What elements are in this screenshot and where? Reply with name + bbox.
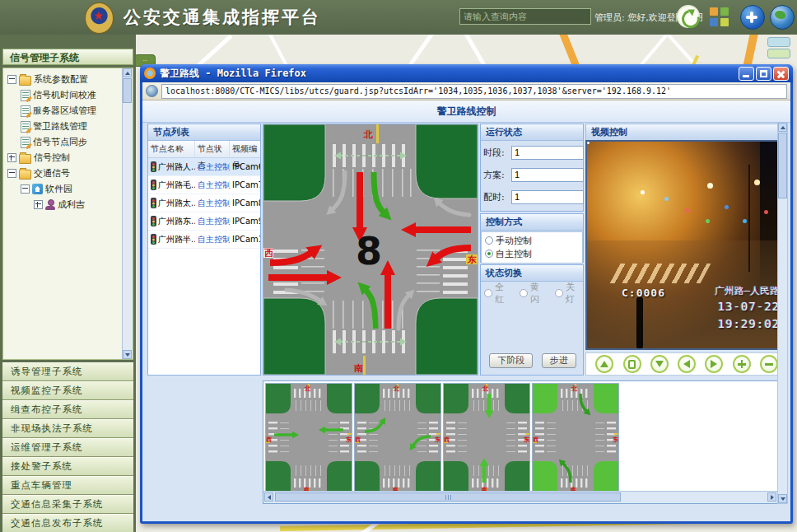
- tree-item-system-params[interactable]: 系统参数配置: [3, 72, 133, 87]
- scroll-up-icon[interactable]: [123, 68, 132, 77]
- tree-scrollbar[interactable]: [122, 68, 133, 359]
- address-bar: localhost:8080/CTC-MICS/libs/utcs/guard.…: [142, 82, 790, 100]
- node-status-link[interactable]: 自主控制: [195, 176, 230, 194]
- collapse-icon[interactable]: [7, 75, 16, 84]
- tree-item-time-calibration[interactable]: 信号机时间校准: [3, 87, 133, 103]
- south-label: 南: [353, 363, 363, 374]
- sidebar-item-guidance[interactable]: 诱导管理子系统: [2, 362, 133, 381]
- ptz-left-button[interactable]: [678, 355, 696, 373]
- tree-item-signal-control[interactable]: 信号控制: [3, 150, 133, 166]
- step-button[interactable]: 步进: [542, 353, 576, 368]
- phase-thumbnail-ew-straight[interactable]: 北 南 西 东: [265, 383, 352, 493]
- ptz-zoom-out-button[interactable]: [760, 355, 778, 373]
- sidebar-item-video-surveillance[interactable]: 视频监控子系统: [2, 381, 133, 400]
- sidebar-item-dispatch[interactable]: 接处警子系统: [2, 457, 133, 476]
- sidebar-item-key-vehicles[interactable]: 重点车辆管理: [2, 476, 133, 495]
- table-row[interactable]: 广州路人.. 自主控制 IPCam6: [148, 158, 260, 176]
- tree-item-server-region[interactable]: 服务器区域管理: [3, 103, 133, 119]
- refresh-icon[interactable]: [677, 5, 700, 28]
- scrollbar-thumb[interactable]: [778, 133, 787, 198]
- ptz-right-button[interactable]: [705, 355, 723, 373]
- node-status-link[interactable]: 自主控制: [195, 158, 230, 175]
- node-status-link[interactable]: 自主控制: [195, 194, 230, 212]
- page-title: 警卫路线控制: [142, 100, 790, 123]
- ptz-down-button[interactable]: [650, 355, 669, 373]
- phase-thumbnail-ns-left-turn-active[interactable]: 北 南 西 东: [532, 383, 619, 493]
- next-phase-button[interactable]: 下阶段: [489, 353, 533, 368]
- table-row[interactable]: 广州路东.. 自主控制 IPCam9: [148, 212, 260, 231]
- traffic-light-icon: [151, 180, 156, 190]
- radio-disabled-icon[interactable]: [520, 289, 528, 297]
- map-layer-control[interactable]: [767, 49, 790, 58]
- tree-item-guard-route[interactable]: 警卫路线管理: [3, 119, 133, 134]
- sidebar-item-investigation[interactable]: 缉查布控子系统: [2, 400, 133, 419]
- scroll-up-icon[interactable]: [778, 123, 787, 132]
- video-panel: 视频控制 C:0006 广州路—人民路 13-07-22 19:29:02: [585, 124, 788, 376]
- collapse-icon[interactable]: [21, 184, 30, 194]
- table-row[interactable]: 广州路半.. 自主控制 IPCam10: [148, 231, 260, 249]
- lights-off-option[interactable]: 关灯: [555, 287, 583, 300]
- scroll-left-icon[interactable]: [264, 492, 273, 502]
- table-row[interactable]: 广州路毛.. 自主控制 IPCam7: [148, 176, 260, 194]
- horizontal-scrollbar[interactable]: [263, 491, 777, 503]
- minimize-button[interactable]: [739, 67, 754, 81]
- timing-input[interactable]: [511, 190, 584, 204]
- phase-thumbnail-ew-left-turn[interactable]: 北 南 西 东: [354, 383, 441, 493]
- ptz-stop-button[interactable]: [623, 355, 641, 373]
- url-input[interactable]: localhost:8080/CTC-MICS/libs/utcs/guard.…: [161, 84, 787, 99]
- node-name-cell: 广州路毛..: [148, 176, 195, 194]
- expand-icon[interactable]: [34, 200, 43, 209]
- svg-text:西: 西: [355, 436, 361, 443]
- node-list-header: 节点列表: [148, 124, 260, 141]
- sidebar-item-info-publishing[interactable]: 交通信息发布子系统: [2, 514, 133, 532]
- tree-item-software-park[interactable]: 软件园: [3, 181, 133, 197]
- plan-input[interactable]: [511, 168, 584, 182]
- globe-icon[interactable]: [770, 5, 795, 30]
- yellow-flash-option[interactable]: 黄闪: [520, 287, 548, 300]
- add-icon[interactable]: [740, 5, 765, 30]
- scroll-right-icon[interactable]: [767, 492, 776, 502]
- camera-time: 19:29:02: [715, 315, 780, 333]
- radio-checked-icon[interactable]: [485, 250, 493, 258]
- sidebar-section-signal[interactable]: 信号管理子系统: [2, 49, 133, 65]
- node-status-link[interactable]: 自主控制: [195, 212, 230, 230]
- apps-grid-icon[interactable]: [710, 7, 729, 26]
- tree-item-label: 交通信号: [34, 167, 70, 180]
- collapse-icon[interactable]: [7, 169, 16, 178]
- vertical-scrollbar[interactable]: [777, 122, 788, 504]
- auto-control-option[interactable]: 自主控制: [485, 247, 579, 260]
- radio-disabled-icon[interactable]: [484, 289, 492, 297]
- table-row[interactable]: 广州路太.. 自主控制 IPCam8: [148, 194, 260, 212]
- sidebar-item-operations[interactable]: 运维管理子系统: [2, 438, 133, 457]
- phase-thumbnail-ns-straight[interactable]: 北 南 西 东: [443, 383, 530, 493]
- column-node-name[interactable]: 节点名称: [148, 141, 195, 157]
- node-status-link[interactable]: 自主控制: [195, 231, 230, 248]
- sidebar-item-info-collection[interactable]: 交通信息采集子系统: [2, 495, 133, 514]
- sidebar-item-enforcement[interactable]: 非现场执法子系统: [2, 419, 133, 438]
- scrollbar-thumb[interactable]: [123, 78, 132, 103]
- ptz-up-button[interactable]: [595, 355, 613, 373]
- search-input[interactable]: [459, 8, 591, 25]
- manual-control-option[interactable]: 手动控制: [485, 234, 579, 247]
- column-video-id[interactable]: 视频编号: [230, 141, 260, 157]
- maximize-button[interactable]: [756, 67, 771, 81]
- close-button[interactable]: [773, 67, 789, 81]
- tree-item-traffic-signal[interactable]: 交通信号: [3, 166, 133, 181]
- ptz-zoom-in-button[interactable]: [733, 355, 751, 373]
- camera-location: 广州路—人民路: [715, 283, 780, 298]
- period-input[interactable]: [511, 146, 584, 160]
- tree-item-user-node[interactable]: 成利吉: [3, 197, 133, 212]
- light-pole: [748, 165, 750, 272]
- expand-icon[interactable]: [7, 153, 16, 162]
- scrollbar-thumb[interactable]: [275, 492, 621, 502]
- tree-item-node-sync[interactable]: 信号节点同步: [3, 134, 133, 150]
- radio-disabled-icon[interactable]: [555, 289, 563, 297]
- phase-countdown: 8: [356, 229, 382, 273]
- scroll-down-icon[interactable]: [778, 494, 787, 503]
- column-node-status[interactable]: 节点状态: [195, 141, 230, 157]
- scroll-down-icon[interactable]: [123, 350, 132, 359]
- all-red-option[interactable]: 全红: [484, 287, 512, 300]
- document-icon: [21, 121, 30, 133]
- radio-icon[interactable]: [485, 236, 493, 245]
- map-zoom-control[interactable]: [767, 37, 790, 47]
